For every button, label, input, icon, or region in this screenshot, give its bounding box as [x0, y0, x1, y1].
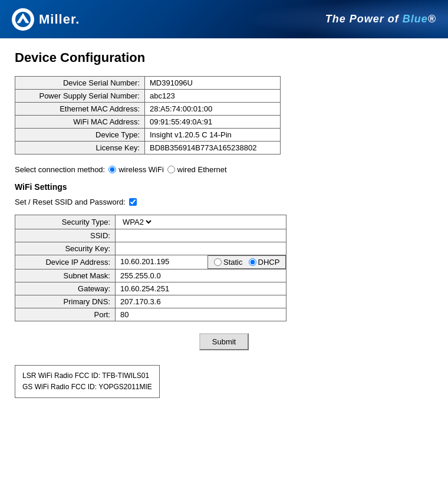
device-ip-label: Device IP Address: — [15, 255, 116, 269]
info-row-1: Power Supply Serial Number:abc123 — [15, 90, 281, 103]
subnet-mask-cell — [116, 269, 286, 282]
header: Miller. The Power of Blue® — [0, 0, 448, 38]
wifi-section-title: WiFi Settings — [15, 182, 433, 192]
gateway-cell — [116, 282, 286, 295]
gateway-label: Gateway: — [15, 282, 116, 295]
dhcp-text: DHCP — [258, 258, 280, 267]
main-content: Device Configuration Device Serial Numbe… — [0, 38, 448, 410]
info-value-3: 09:91:55:49:0A:91 — [145, 116, 281, 129]
ssid-reset-row: Set / Reset SSID and Password: — [15, 198, 433, 206]
primary-dns-label: Primary DNS: — [15, 295, 116, 308]
info-value-0: MD391096U — [145, 77, 281, 90]
gateway-row: Gateway: — [15, 282, 286, 295]
ssid-reset-label: Set / Reset SSID and Password: — [15, 198, 126, 206]
ssid-cell — [116, 229, 286, 242]
tagline-blue: Blue — [403, 13, 428, 25]
device-ip-input-wrap — [116, 255, 202, 269]
info-table: Device Serial Number:MD391096UPower Supp… — [15, 76, 281, 154]
dhcp-label[interactable]: DHCP — [249, 258, 280, 267]
subnet-mask-input[interactable] — [120, 271, 209, 280]
fcc-line1: LSR WiFi Radio FCC ID: TFB-TIWILS01 — [22, 370, 152, 382]
security-key-cell — [116, 242, 286, 255]
info-row-3: WiFi MAC Address:09:91:55:49:0A:91 — [15, 116, 281, 129]
logo-icon — [12, 8, 34, 31]
submit-button[interactable]: Submit — [199, 333, 249, 350]
subnet-mask-row: Subnet Mask: — [15, 269, 286, 282]
port-label: Port: — [15, 308, 116, 321]
connection-method-row: Select connection method: wireless WiFi … — [15, 165, 433, 174]
subnet-mask-label: Subnet Mask: — [15, 269, 116, 282]
primary-dns-input[interactable] — [120, 297, 209, 306]
ssid-reset-checkbox[interactable] — [129, 198, 137, 206]
logo-text: Miller. — [39, 12, 80, 27]
ip-options: Static DHCP — [207, 255, 286, 269]
security-type-cell: WPA2 WPA WEP None — [116, 215, 286, 229]
settings-table: Security Type: WPA2 WPA WEP None SSID: — [15, 215, 286, 321]
info-label-2: Ethernet MAC Address: — [15, 103, 145, 116]
wireless-wifi-label[interactable]: wireless WiFi — [108, 165, 164, 174]
ssid-row-tr: SSID: — [15, 229, 286, 242]
static-label[interactable]: Static — [214, 258, 243, 267]
info-row-5: License Key:BD8B356914B773A165238802 — [15, 142, 281, 154]
fcc-line2: GS WiFi Radio FCC ID: YOPGS2011MIE — [22, 382, 152, 393]
info-label-1: Power Supply Serial Number: — [15, 90, 145, 103]
page-title: Device Configuration — [15, 50, 433, 65]
security-key-input[interactable] — [120, 244, 209, 253]
info-row-4: Device Type:Insight v1.20.5 C 14-Pin — [15, 129, 281, 142]
gateway-input[interactable] — [120, 284, 209, 293]
header-tagline: The Power of Blue® — [325, 13, 436, 25]
submit-area: Submit — [15, 333, 433, 350]
ssid-input[interactable] — [120, 231, 209, 240]
security-type-label: Security Type: — [15, 215, 116, 229]
static-radio[interactable] — [214, 258, 222, 266]
security-type-select[interactable]: WPA2 WPA WEP None — [120, 217, 153, 227]
wireless-wifi-radio[interactable] — [108, 166, 116, 173]
port-cell — [116, 308, 286, 321]
wired-ethernet-label[interactable]: wired Ethernet — [167, 165, 227, 174]
info-value-1: abc123 — [145, 90, 281, 103]
port-input[interactable] — [120, 310, 209, 319]
device-ip-row: Device IP Address: Static — [15, 255, 286, 269]
wireless-wifi-text: wireless WiFi — [118, 165, 164, 174]
info-label-5: License Key: — [15, 142, 145, 154]
device-ip-input[interactable] — [120, 257, 197, 266]
info-value-2: 28:A5:74:00:01:00 — [145, 103, 281, 116]
info-label-0: Device Serial Number: — [15, 77, 145, 90]
security-type-row: Security Type: WPA2 WPA WEP None — [15, 215, 286, 229]
logo: Miller. — [12, 8, 80, 31]
security-key-row: Security Key: — [15, 242, 286, 255]
fcc-notice: LSR WiFi Radio FCC ID: TFB-TIWILS01 GS W… — [15, 365, 160, 398]
dhcp-radio[interactable] — [249, 258, 256, 266]
wired-ethernet-text: wired Ethernet — [177, 165, 227, 174]
info-label-4: Device Type: — [15, 129, 145, 142]
primary-dns-row: Primary DNS: — [15, 295, 286, 308]
static-text: Static — [223, 258, 243, 267]
primary-dns-cell — [116, 295, 286, 308]
info-row-2: Ethernet MAC Address:28:A5:74:00:01:00 — [15, 103, 281, 116]
ssid-label: SSID: — [15, 229, 116, 242]
device-ip-cell: Static DHCP — [116, 255, 286, 269]
wired-ethernet-radio[interactable] — [167, 166, 175, 173]
info-value-4: Insight v1.20.5 C 14-Pin — [145, 129, 281, 142]
info-value-5: BD8B356914B773A165238802 — [145, 142, 281, 154]
security-key-label: Security Key: — [15, 242, 116, 255]
info-row-0: Device Serial Number:MD391096U — [15, 77, 281, 90]
connection-method-label: Select connection method: — [15, 165, 105, 174]
port-row: Port: — [15, 308, 286, 321]
info-label-3: WiFi MAC Address: — [15, 116, 145, 129]
